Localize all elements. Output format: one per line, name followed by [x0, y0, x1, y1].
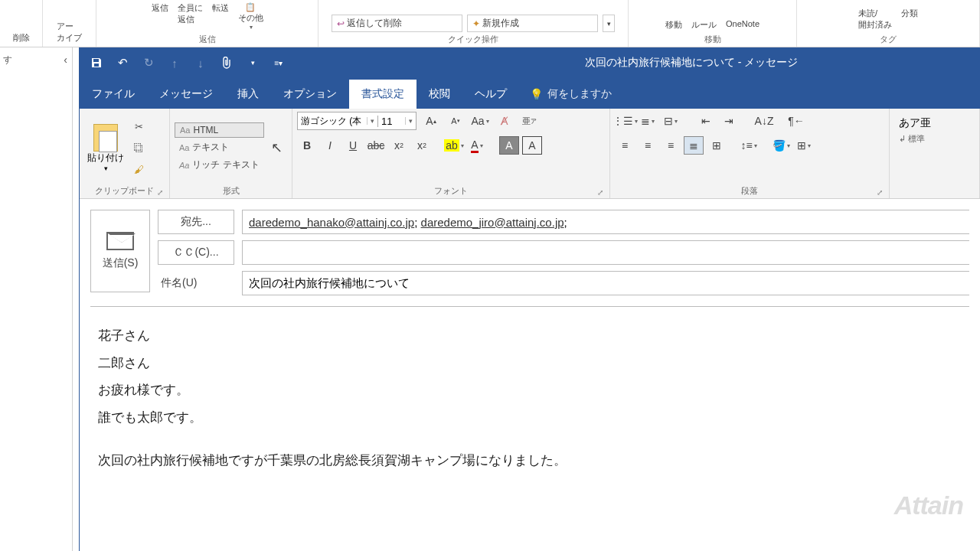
paragraph-group-label: 段落⤢ — [615, 184, 884, 197]
bg-reply-delete[interactable]: ↩ 返信して削除 — [332, 15, 462, 32]
outdent-icon[interactable]: ⇤ — [696, 112, 716, 130]
body-line: 誰でも太郎です。 — [98, 404, 962, 432]
nav-collapse-chevron[interactable]: ‹ — [64, 54, 67, 66]
grow-font-icon[interactable]: A▴ — [421, 112, 441, 130]
align-justify-icon[interactable]: ≣ — [684, 136, 704, 155]
tab-format[interactable]: 書式設定 — [349, 80, 416, 109]
align-right-icon[interactable]: ≡ — [661, 136, 681, 155]
underline-icon[interactable]: U — [343, 136, 363, 155]
style-normal[interactable]: ↲ 標準 — [899, 133, 925, 145]
save-icon[interactable] — [87, 54, 106, 72]
tab-help[interactable]: ヘルプ — [462, 80, 519, 109]
bold-icon[interactable]: B — [297, 136, 317, 155]
format-painter-icon[interactable]: 🖌 — [130, 161, 147, 178]
format-html[interactable]: AaHTML — [175, 122, 264, 138]
background-ribbon: 削除 アー カイブ 返信 全員に 返信 転送 📋 その他▾ 返信 ↩ 返信して削… — [0, 0, 980, 47]
prev-icon[interactable]: ↑ — [165, 54, 184, 72]
format-rich[interactable]: Aaリッチ テキスト — [175, 157, 264, 173]
tab-options[interactable]: オプション — [271, 80, 349, 109]
bg-archive[interactable]: アー カイブ — [55, 19, 83, 45]
bg-new-create[interactable]: ✦ 新規作成 — [467, 15, 598, 32]
style-preview[interactable]: あア亜 — [899, 116, 931, 130]
align-left-icon[interactable]: ≡ — [615, 136, 635, 155]
attach-icon[interactable] — [217, 54, 236, 72]
tab-file[interactable]: ファイル — [80, 80, 147, 109]
italic-icon[interactable]: I — [320, 136, 340, 155]
char-shade-icon[interactable]: A — [499, 136, 519, 155]
subject-field[interactable]: 次回の社内旅行候補地について — [242, 271, 969, 295]
borders-icon[interactable]: ⊞▾ — [794, 136, 814, 155]
tab-insert[interactable]: 挿入 — [225, 80, 271, 109]
window-title: 次回の社内旅行候補地について - メッセージ — [410, 56, 972, 70]
bg-other[interactable]: 📋 その他▾ — [237, 1, 265, 32]
tell-me-search[interactable]: 💡 何をしますか — [519, 80, 622, 109]
compose-window: ↶ ↻ ↑ ↓ ▾ ≡▾ 次回の社内旅行候補地について - メッセージ ファイル… — [79, 47, 980, 551]
tab-review[interactable]: 校閲 — [416, 80, 462, 109]
clear-format-icon[interactable]: A̸ — [495, 112, 514, 130]
bg-rules[interactable]: ルール — [690, 18, 718, 32]
line-spacing-icon[interactable]: ↕≡▾ — [739, 136, 759, 155]
to-button[interactable]: 宛先... — [158, 210, 234, 234]
bg-delete[interactable]: 削除 — [11, 31, 31, 45]
font-group-label: フォント⤢ — [297, 184, 605, 197]
font-color-icon[interactable]: A▾ — [467, 136, 487, 155]
bg-onenote[interactable]: OneNote — [724, 18, 761, 30]
font-size-combo[interactable]: 11 — [377, 116, 405, 127]
bullets-icon[interactable]: ⋮☰▾ — [615, 112, 635, 130]
bg-move-group-label: 移動 — [704, 34, 721, 45]
bg-category[interactable]: 分類 — [900, 6, 920, 21]
shrink-font-icon[interactable]: A▾ — [446, 112, 466, 130]
align-center-icon[interactable]: ≡ — [638, 136, 658, 155]
copy-icon[interactable]: ⿻ — [130, 139, 147, 156]
superscript-icon[interactable]: x2 — [412, 136, 432, 155]
recipient-2[interactable]: daredemo_jiro@attainj.co.jp — [421, 216, 564, 229]
bg-move[interactable]: 移動 — [664, 18, 684, 32]
clipboard-launcher[interactable]: ⤢ — [157, 188, 163, 197]
cut-icon[interactable]: ✂ — [130, 118, 147, 135]
cc-field[interactable] — [242, 240, 969, 265]
show-marks-icon[interactable]: ¶← — [786, 112, 806, 130]
phonetic-icon[interactable]: 亜ア — [519, 112, 539, 130]
redo-icon[interactable]: ↻ — [139, 54, 158, 72]
font-launcher[interactable]: ⤢ — [597, 188, 603, 197]
para-launcher[interactable]: ⤢ — [877, 188, 883, 197]
to-field[interactable]: daredemo_hanako@attainj.co.jp; daredemo_… — [242, 210, 969, 234]
body-line: 次回の社内旅行候補地ですが千葉県の北房総長須賀湖キャンプ場になりました。 — [98, 447, 962, 474]
char-border-icon[interactable]: A — [522, 136, 542, 155]
sort-icon[interactable]: A↓Z — [754, 112, 774, 130]
attach-dropdown[interactable]: ▾ — [243, 54, 262, 72]
bg-forward[interactable]: 転送 — [211, 1, 230, 15]
watermark: Attain — [894, 491, 963, 520]
indent-icon[interactable]: ⇥ — [719, 112, 739, 130]
bg-reply-all[interactable]: 全員に 返信 — [176, 1, 204, 27]
subscript-icon[interactable]: x2 — [389, 136, 409, 155]
format-text[interactable]: Aaテキスト — [175, 139, 264, 155]
message-body[interactable]: 花子さん 二郎さん お疲れ様です。 誰でも太郎です。 次回の社内旅行候補地ですが… — [90, 306, 969, 489]
compose-header: 送信(S) 宛先... daredemo_hanako@attainj.co.j… — [80, 199, 980, 306]
cursor-icon[interactable]: ↖ — [267, 139, 287, 157]
change-case-icon[interactable]: Aa▾ — [470, 112, 490, 130]
cc-button[interactable]: ＣＣ(C)... — [158, 240, 234, 265]
bg-tag-group-label: タグ — [880, 34, 897, 45]
envelope-icon — [106, 232, 134, 250]
qat-customize[interactable]: ≡▾ — [270, 54, 288, 72]
font-name-combo[interactable]: 游ゴシック (本 ▾ 11 ▾ — [297, 112, 416, 130]
title-bar: ↶ ↻ ↑ ↓ ▾ ≡▾ 次回の社内旅行候補地について - メッセージ — [80, 47, 980, 78]
tab-message[interactable]: メッセージ — [147, 80, 225, 109]
bg-reply[interactable]: 返信 — [150, 1, 170, 15]
next-icon[interactable]: ↓ — [191, 54, 210, 72]
strike-icon[interactable]: abc — [366, 136, 386, 155]
format-ribbon: 貼り付け ▾ ✂ ⿻ 🖌 クリップボード⤢ AaHTML Aaテキスト Aaリッ… — [80, 109, 980, 199]
highlight-icon[interactable]: ab▾ — [444, 136, 464, 155]
bg-unread[interactable]: 未読/ 開封済み — [857, 6, 893, 32]
send-button[interactable]: 送信(S) — [90, 210, 150, 292]
nav-label: す — [3, 54, 12, 67]
undo-icon[interactable]: ↶ — [113, 54, 132, 72]
shading-icon[interactable]: 🪣▾ — [771, 136, 791, 155]
distribute-icon[interactable]: ⊞ — [707, 136, 727, 155]
paste-button[interactable]: 貼り付け ▾ — [84, 121, 127, 175]
recipient-1[interactable]: daredemo_hanako@attainj.co.jp — [249, 216, 414, 229]
nav-pane-collapsed: ‹ す — [0, 47, 73, 551]
numbering-icon[interactable]: ≣▾ — [638, 112, 658, 130]
multilevel-icon[interactable]: ⊟▾ — [661, 112, 681, 130]
